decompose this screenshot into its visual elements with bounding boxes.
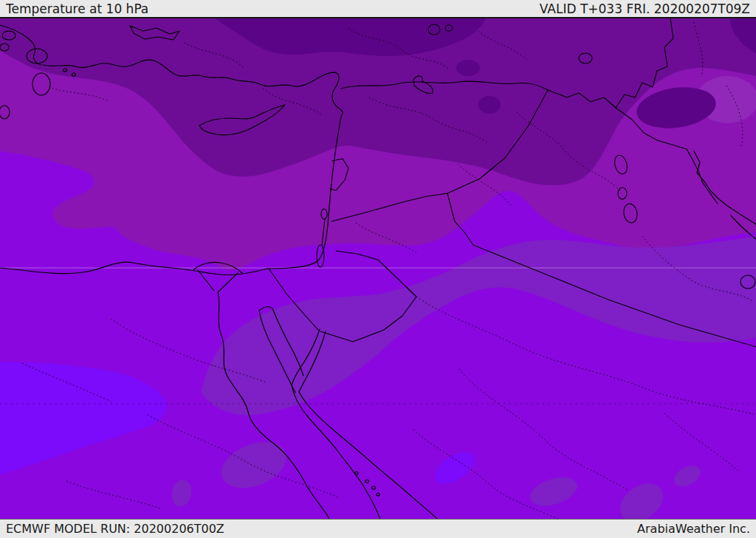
temp-darkest-blob	[478, 96, 501, 114]
model-run-label: ECMWF MODEL RUN: 20200206T00Z	[6, 522, 224, 536]
temp-darkest-blob	[456, 60, 480, 76]
map-title: Temperature at 10 hPa	[6, 1, 148, 16]
credit-label: ArabiaWeather Inc.	[637, 522, 750, 536]
status-bar: ECMWF MODEL RUN: 20200206T00Z ArabiaWeat…	[0, 519, 756, 538]
valid-time-label: VALID T+033 FRI. 20200207T09Z	[540, 1, 750, 16]
weather-map	[0, 18, 756, 519]
title-bar: Temperature at 10 hPa VALID T+033 FRI. 2…	[0, 0, 756, 18]
